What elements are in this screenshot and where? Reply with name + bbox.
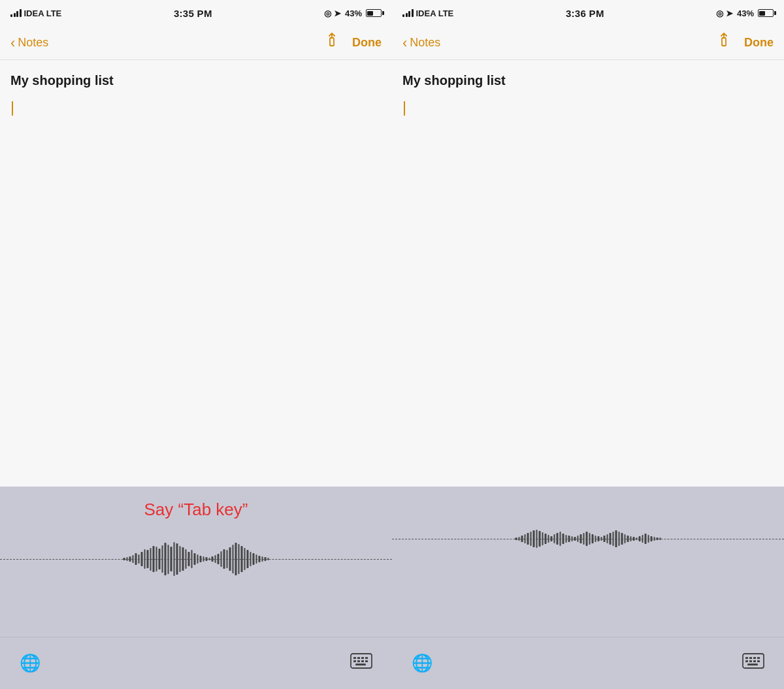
waveform-bar <box>604 536 606 542</box>
share-icon-right[interactable] <box>717 33 731 53</box>
waveform-bar <box>539 531 541 547</box>
done-button-left[interactable]: Done <box>352 36 382 50</box>
svg-rect-3 <box>357 657 360 659</box>
voice-prompt-left: Say “Tab key” <box>144 500 248 520</box>
note-content-right[interactable]: My shopping list <box>392 60 784 487</box>
waveform-bar <box>651 536 653 541</box>
waveform-bar <box>551 536 553 541</box>
svg-rect-15 <box>753 657 756 659</box>
waveform-bar <box>259 556 261 562</box>
keyboard-icon-right[interactable] <box>742 653 764 674</box>
battery-fill-right <box>759 11 764 16</box>
svg-rect-8 <box>361 660 364 662</box>
waveform-bar <box>563 534 564 544</box>
waveform-bar <box>530 532 532 546</box>
waveform-bar <box>589 533 591 545</box>
waveform-bar <box>577 536 579 542</box>
share-icon-left[interactable] <box>325 33 339 53</box>
waveform-bar <box>229 547 231 571</box>
waveform-bar <box>524 534 526 543</box>
back-button-right[interactable]: ‹ Notes <box>402 36 440 50</box>
battery-icon-right <box>758 9 774 17</box>
waveform-bar <box>565 535 567 543</box>
cursor-left <box>10 101 382 116</box>
waveform-bar <box>147 550 149 568</box>
waveform-bar <box>642 535 644 543</box>
waveform-bar <box>173 542 175 576</box>
note-title-right: My shopping list <box>402 73 774 88</box>
waveform-bar <box>610 533 612 545</box>
nav-actions-left: Done <box>325 33 382 53</box>
signal-bar-2 <box>14 13 16 17</box>
waveform-bar <box>191 550 193 568</box>
signal-bar-r1 <box>402 14 404 17</box>
waveform-bar <box>171 547 172 571</box>
waveform-bar <box>165 543 167 575</box>
waveform-bar <box>639 536 641 541</box>
carrier-right: IDEA LTE <box>416 8 454 18</box>
waveform-bar <box>571 536 573 541</box>
waveform-bar <box>144 549 146 569</box>
waveform-bar <box>592 534 594 543</box>
waveform-bar <box>645 534 647 544</box>
waveform-bar <box>206 557 208 561</box>
waveform-bar <box>159 549 161 569</box>
waveform-bar <box>208 558 210 560</box>
done-button-right[interactable]: Done <box>744 36 774 50</box>
waveform-bar <box>612 532 614 546</box>
waveform-bar <box>223 549 225 569</box>
waveform-bar <box>515 537 517 540</box>
waveform-bar <box>598 536 600 541</box>
svg-rect-9 <box>365 660 368 662</box>
bottom-toolbar-right: 🌐 <box>392 637 784 689</box>
waveform-bar <box>618 532 620 546</box>
back-button-left[interactable]: ‹ Notes <box>10 36 48 50</box>
waveform-bar <box>636 537 638 540</box>
nav-bar-left: ‹ Notes Done <box>0 26 392 60</box>
keyboard-area-right: 🌐 <box>392 487 784 689</box>
signal-bar-r3 <box>408 11 410 17</box>
waveform-bar <box>197 554 199 564</box>
waveform-bar <box>553 534 555 543</box>
waveform-bar <box>232 545 234 573</box>
right-phone-screen: IDEA LTE 3:36 PM ◎ ➤ 43% ‹ Notes Done <box>392 0 784 689</box>
svg-rect-2 <box>353 657 356 659</box>
waveform-bar <box>255 554 257 564</box>
waveform-bar <box>624 534 626 543</box>
note-content-left[interactable]: My shopping list <box>0 60 392 487</box>
waveform-bar <box>176 543 178 575</box>
carrier-left: IDEA LTE <box>24 8 62 18</box>
globe-icon-left[interactable]: 🌐 <box>20 653 41 673</box>
waveform-bar <box>167 545 169 574</box>
waveform-bar <box>615 530 617 547</box>
nav-actions-right: Done <box>717 33 774 53</box>
svg-rect-13 <box>745 657 748 659</box>
svg-rect-7 <box>357 660 360 662</box>
waveform-bar <box>621 533 623 545</box>
waveform-bar <box>182 547 184 571</box>
chevron-left-icon-right: ‹ <box>402 36 407 50</box>
waveform-bar <box>647 535 649 543</box>
waveform-bar <box>518 537 520 541</box>
time-right: 3:36 PM <box>566 8 604 19</box>
waveform-bar <box>161 545 163 573</box>
svg-rect-21 <box>747 664 758 665</box>
waveform-bar <box>179 546 181 572</box>
waveform-bar <box>241 546 243 572</box>
svg-rect-10 <box>355 664 366 665</box>
svg-rect-5 <box>365 657 368 659</box>
waveform-bar <box>568 536 570 542</box>
waveform-bar <box>557 533 559 545</box>
waveform-bar <box>141 552 143 566</box>
signal-bars-left <box>10 9 22 17</box>
back-label-left: Notes <box>18 36 48 50</box>
keyboard-icon-left[interactable] <box>350 653 372 674</box>
status-left-right: IDEA LTE <box>402 8 453 18</box>
back-label-right: Notes <box>410 36 440 50</box>
waveform-bar <box>533 530 535 547</box>
waveform-bar <box>218 554 220 564</box>
waveform-bar <box>129 556 131 562</box>
globe-icon-right[interactable]: 🌐 <box>412 653 433 673</box>
chevron-left-icon-left: ‹ <box>10 36 15 50</box>
note-title-left: My shopping list <box>10 73 382 88</box>
